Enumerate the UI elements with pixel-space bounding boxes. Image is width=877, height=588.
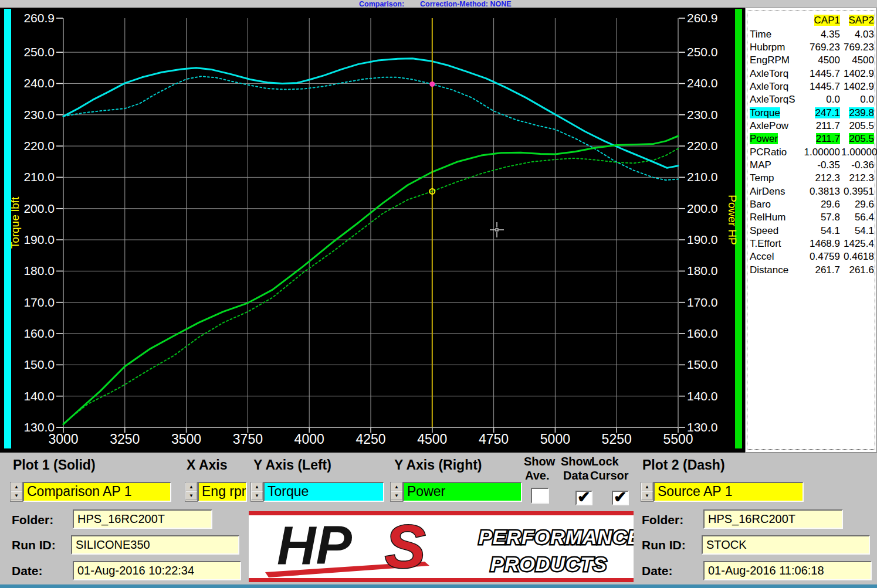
table-row: AxlePow211.7205.5 xyxy=(747,120,875,133)
table-row: Temp212.3212.3 xyxy=(747,172,875,185)
plot2-spinner[interactable]: ▲ ▼ xyxy=(641,482,653,502)
x-tick-label: 5500 xyxy=(663,431,693,447)
data-readout-panel: CAP1SAP2Time4.354.03Hubrpm769.23769.23En… xyxy=(745,8,877,453)
yaxis-left-select[interactable]: Torque xyxy=(263,482,384,502)
yleft-spinner[interactable]: ▲ ▼ xyxy=(250,482,263,502)
spinner-down-icon[interactable]: ▼ xyxy=(391,491,402,500)
row-value-cap1: 211.7 xyxy=(797,133,840,145)
row-label: Distance xyxy=(750,264,788,276)
y-tick-label-left: 230.0 xyxy=(23,108,55,121)
table-row: Accel0.47590.4618 xyxy=(747,251,875,264)
correction-method-label: Correction-Method: NONE xyxy=(420,0,512,8)
y-tick-label-right: 160.0 xyxy=(687,327,718,340)
row-value-cap1: 1.00000 xyxy=(797,147,840,158)
table-row: Torque247.1239.8 xyxy=(747,107,875,120)
row-label: Speed xyxy=(750,225,778,237)
row-value-cap1: 247.1 xyxy=(797,107,840,119)
row-label: Time xyxy=(750,29,771,40)
runid-field-right[interactable]: STOCK xyxy=(702,535,870,555)
row-value-cap1: 4500 xyxy=(797,55,840,66)
table-row: MAP-0.35-0.36 xyxy=(747,159,875,172)
row-value-cap1: 211.7 xyxy=(797,120,840,132)
lock-cursor-label-2: Cursor xyxy=(590,469,629,482)
y-tick-label-right: 170.0 xyxy=(687,295,718,309)
y-tick-label-left: 260.9 xyxy=(23,11,55,25)
row-value-sap2: 4.03 xyxy=(841,29,874,40)
row-value-sap2: 4500 xyxy=(841,55,874,66)
yaxis-right-select[interactable]: Power xyxy=(403,482,522,502)
runid-label-right: Run ID: xyxy=(642,538,686,552)
table-row: AirDens0.38130.3951 xyxy=(747,186,875,199)
x-tick-label: 4250 xyxy=(355,431,385,447)
spinner-down-icon[interactable]: ▼ xyxy=(641,491,653,500)
spinner-up-icon[interactable]: ▲ xyxy=(641,482,653,491)
table-row: PCRatio1.000001.00000 xyxy=(747,147,875,159)
date-field-left[interactable]: 01-Aug-2016 10:22:34 xyxy=(73,561,241,580)
row-value-cap1: 1445.7 xyxy=(797,68,840,80)
row-value-cap1: 54.1 xyxy=(797,225,840,237)
yright-spinner[interactable]: ▲ ▼ xyxy=(390,482,403,502)
folder-field-right[interactable]: HPS_16RC200T xyxy=(703,509,843,529)
row-value-sap2: 54.1 xyxy=(841,225,874,237)
row-label: Power xyxy=(750,133,778,145)
row-label: Torque xyxy=(750,107,780,119)
spinner-up-icon[interactable]: ▲ xyxy=(11,482,22,491)
yleft-label: Y Axis (Left) xyxy=(253,457,331,473)
spinner-down-icon[interactable]: ▼ xyxy=(185,491,197,500)
row-label: Baro xyxy=(750,199,771,210)
x-tick-label: 3250 xyxy=(110,431,140,447)
date-label-right: Date: xyxy=(642,564,673,578)
show-ave-checkbox[interactable] xyxy=(531,488,549,504)
xaxis-spinner[interactable]: ▲ ▼ xyxy=(185,482,198,502)
y-tick-label-right: 180.0 xyxy=(687,264,718,277)
row-label: AxleTorqS xyxy=(750,94,795,106)
logo-products-text: PRODUCTS xyxy=(490,553,607,575)
table-header-row: CAP1SAP2 xyxy=(747,15,875,28)
y-right-axis-title: Power HP xyxy=(726,195,739,245)
show-data-checkbox[interactable]: ✔ xyxy=(575,491,592,505)
x-tick-label: 4000 xyxy=(294,431,324,447)
data-readout-table: CAP1SAP2Time4.354.03Hubrpm769.23769.23En… xyxy=(747,11,875,450)
show-data-label-1: Show xyxy=(561,455,592,468)
table-row: Baro29.629.6 xyxy=(747,199,875,212)
y-tick-label-right: 240.0 xyxy=(687,76,718,90)
spinner-down-icon[interactable]: ▼ xyxy=(251,491,263,500)
yright-label: Y Axis (Right) xyxy=(394,457,482,473)
row-value-cap1: 1468.9 xyxy=(797,238,840,250)
plot2-select[interactable]: Source AP 1 xyxy=(653,482,804,502)
runid-field-left[interactable]: SILICONE350 xyxy=(71,535,239,555)
spinner-up-icon[interactable]: ▲ xyxy=(251,482,263,491)
date-field-right[interactable]: 01-Aug-2016 11:06:18 xyxy=(703,561,872,580)
plot1-select[interactable]: Comparison AP 1 xyxy=(23,482,171,502)
row-value-cap1: 0.4759 xyxy=(797,251,840,263)
comparison-label: Comparison: xyxy=(359,0,404,8)
plot1-spinner[interactable]: ▲ ▼ xyxy=(10,482,23,502)
spinner-down-icon[interactable]: ▼ xyxy=(11,491,22,500)
dyno-app-window: Comparison: Correction-Method: NONE 260.… xyxy=(0,0,877,588)
y-tick-label-left: 160.0 xyxy=(23,327,55,340)
x-tick-label: 3500 xyxy=(171,431,201,447)
folder-field-left[interactable]: HPS_16RC200T xyxy=(73,509,212,529)
plot1-label: Plot 1 (Solid) xyxy=(13,457,96,473)
row-value-cap1: 212.3 xyxy=(797,172,840,184)
spinner-up-icon[interactable]: ▲ xyxy=(391,482,402,491)
checkmark-icon: ✔ xyxy=(614,488,627,507)
row-value-cap1: 29.6 xyxy=(797,199,840,210)
xaxis-select[interactable]: Eng rpm xyxy=(198,482,247,502)
table-row: Distance261.7261.6 xyxy=(747,264,875,277)
table-row: Speed54.154.1 xyxy=(747,225,875,238)
show-ave-label-2: Ave. xyxy=(525,469,550,482)
dyno-chart[interactable]: 260.9260.9250.0250.0240.0240.0230.0230.0… xyxy=(0,8,745,453)
row-label: Hubrpm xyxy=(750,42,785,53)
y-tick-label-right: 210.0 xyxy=(687,170,718,183)
row-value-cap1: 4.35 xyxy=(797,29,840,40)
y-tick-label-left: 240.0 xyxy=(23,76,55,90)
spinner-up-icon[interactable]: ▲ xyxy=(185,482,197,491)
table-row: AxleTorq1445.71402.9 xyxy=(747,81,875,94)
folder-label-right: Folder: xyxy=(642,513,683,527)
y-tick-label-right: 230.0 xyxy=(687,108,718,121)
lock-cursor-checkbox[interactable]: ✔ xyxy=(612,491,629,505)
row-value-sap2: 0.4618 xyxy=(841,251,874,263)
row-value-sap2: 1402.9 xyxy=(841,68,874,80)
x-tick-label: 5000 xyxy=(540,431,570,447)
